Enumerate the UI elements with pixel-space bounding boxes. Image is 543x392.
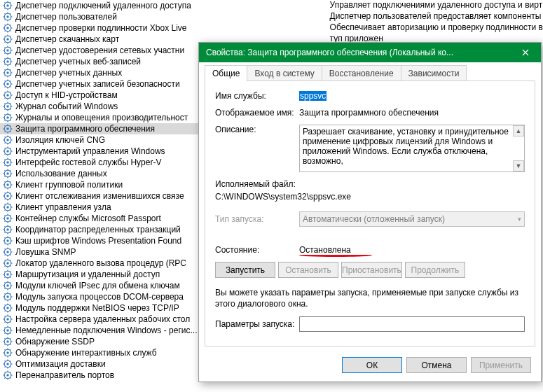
gear-icon xyxy=(3,1,13,10)
gear-icon xyxy=(3,348,13,358)
service-name-cell: Диспетчер пользователей xyxy=(15,12,117,22)
params-input[interactable] xyxy=(299,316,525,332)
svg-line-69 xyxy=(4,75,5,76)
gear-icon xyxy=(3,158,13,167)
svg-line-328 xyxy=(10,360,11,361)
dialog-titlebar[interactable]: Свойства: Защита программного обеспечени… xyxy=(199,43,541,62)
tab-logon[interactable]: Вход в систему xyxy=(247,65,322,81)
svg-line-256 xyxy=(4,282,5,283)
value-service-name[interactable]: sppsvc xyxy=(299,91,327,101)
service-name-cell: Диспетчер учетных записей безопасности xyxy=(15,79,180,89)
svg-line-327 xyxy=(10,366,11,367)
svg-line-227 xyxy=(10,254,11,255)
gear-icon xyxy=(3,247,13,257)
svg-line-187 xyxy=(10,209,11,210)
service-name-cell: Доступ к HID-устройствам xyxy=(15,90,118,100)
start-button[interactable]: Запустить xyxy=(215,262,275,278)
cancel-button[interactable]: Отмена xyxy=(406,357,467,373)
gear-icon xyxy=(3,113,13,122)
svg-point-241 xyxy=(6,273,9,276)
svg-line-208 xyxy=(10,226,11,227)
svg-line-49 xyxy=(4,52,5,53)
service-row[interactable]: Диспетчер подключений удаленного доступа xyxy=(0,0,329,11)
service-row[interactable]: Диспетчер пользователей xyxy=(0,11,329,22)
gear-icon xyxy=(3,135,13,145)
svg-line-288 xyxy=(10,316,11,316)
svg-line-189 xyxy=(4,209,5,210)
service-description-cell[interactable]: Диспетчер пользователей предоставляет ко… xyxy=(329,11,543,22)
gear-icon xyxy=(3,79,13,89)
service-name-cell: Клиент управления узла xyxy=(15,202,111,212)
svg-point-71 xyxy=(6,83,9,85)
svg-line-276 xyxy=(4,304,5,305)
svg-point-321 xyxy=(6,363,9,365)
svg-line-87 xyxy=(10,97,11,98)
scroll-up-button[interactable]: ▲ xyxy=(513,125,524,136)
gear-icon xyxy=(3,202,13,212)
pause-button: Приостановить xyxy=(341,262,402,278)
svg-line-156 xyxy=(4,170,5,171)
svg-line-196 xyxy=(4,215,5,216)
svg-line-299 xyxy=(4,332,5,333)
value-exe-path: C:\WINDOWS\system32\sppsvc.exe xyxy=(215,192,525,202)
service-properties-dialog: Свойства: Защита программного обеспечени… xyxy=(198,42,542,382)
svg-line-319 xyxy=(4,355,5,356)
svg-line-36 xyxy=(4,36,5,36)
gear-icon xyxy=(3,281,13,290)
service-description-cell[interactable]: Управляет подключениями удаленного досту… xyxy=(329,0,543,11)
svg-line-178 xyxy=(10,192,11,193)
svg-point-331 xyxy=(6,374,9,377)
svg-line-17 xyxy=(10,19,11,20)
svg-line-277 xyxy=(10,310,11,311)
gear-icon xyxy=(3,90,13,100)
svg-line-236 xyxy=(4,260,5,260)
service-name-cell: Диспетчер скачанных карт xyxy=(15,34,119,44)
svg-line-68 xyxy=(10,69,11,70)
service-name-cell: Изоляция ключей CNG xyxy=(15,135,105,145)
svg-line-258 xyxy=(10,282,11,283)
svg-line-148 xyxy=(10,159,11,160)
label-startup-type: Тип запуска: xyxy=(215,214,299,224)
service-name-cell: Диспетчер проверки подлинности Xbox Live xyxy=(15,23,187,33)
service-name-cell: Журнал событий Windows xyxy=(15,102,118,111)
ok-button[interactable]: ОК xyxy=(342,357,402,373)
svg-line-6 xyxy=(4,2,5,3)
svg-point-181 xyxy=(6,206,9,209)
gear-icon xyxy=(3,236,13,246)
scroll-down-button[interactable]: ▼ xyxy=(513,160,524,172)
svg-line-76 xyxy=(4,80,5,81)
svg-line-248 xyxy=(10,271,11,272)
service-name-cell: Клиент групповой политики xyxy=(15,180,123,190)
svg-point-221 xyxy=(6,251,9,253)
svg-line-298 xyxy=(10,327,11,328)
startup-params-note: Вы можете указать параметры запуска, при… xyxy=(215,288,525,309)
label-exe-path: Исполняемый файл: xyxy=(215,179,525,189)
svg-line-129 xyxy=(4,142,5,143)
service-name-cell: Обнаружение интерактивных служб xyxy=(15,348,157,358)
service-name-cell: Диспетчер учетных веб-записей xyxy=(15,57,141,66)
svg-line-286 xyxy=(4,316,5,316)
tab-general[interactable]: Общие xyxy=(205,65,247,81)
svg-point-81 xyxy=(6,94,9,97)
svg-line-179 xyxy=(4,198,5,199)
svg-line-108 xyxy=(10,114,11,115)
service-name-cell: Модуль запуска процессов DCOM-сервера xyxy=(15,292,184,302)
svg-line-8 xyxy=(10,2,11,3)
svg-line-107 xyxy=(10,120,11,120)
service-description-cell[interactable]: Обеспечивает авторизацию и проверку подл… xyxy=(329,22,543,34)
label-service-name: Имя службы: xyxy=(215,91,299,101)
close-button[interactable] xyxy=(509,43,541,62)
svg-line-18 xyxy=(10,13,11,14)
svg-line-138 xyxy=(10,148,11,148)
svg-line-39 xyxy=(4,41,5,42)
svg-point-151 xyxy=(6,172,9,175)
svg-line-126 xyxy=(4,136,5,137)
tab-dependencies[interactable]: Зависимости xyxy=(401,65,467,81)
svg-line-48 xyxy=(10,47,11,48)
svg-point-271 xyxy=(6,307,9,309)
svg-line-176 xyxy=(4,192,5,193)
gear-icon xyxy=(3,326,13,335)
service-row[interactable]: Диспетчер проверки подлинности Xbox Live xyxy=(0,22,329,34)
description-box[interactable]: Разрешает скачивание, установку и принуд… xyxy=(299,125,525,172)
tab-recovery[interactable]: Восстановление xyxy=(322,65,401,81)
